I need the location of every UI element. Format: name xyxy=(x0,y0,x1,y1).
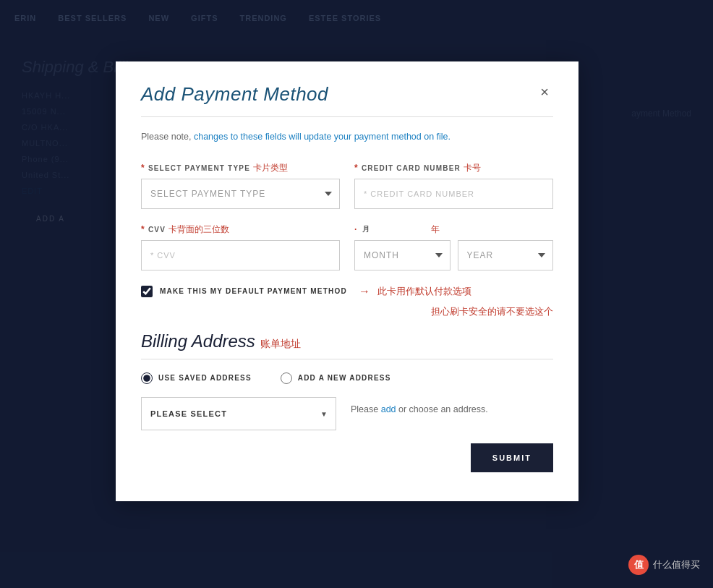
default-payment-label: MAKE THIS MY DEFAULT PAYMENT METHOD xyxy=(160,287,347,295)
card-number-label-text: CREDIT CARD NUMBER xyxy=(362,164,461,172)
cvv-group: * CVV 卡背面的三位数 xyxy=(141,223,340,270)
default-payment-checkbox[interactable] xyxy=(141,286,153,297)
default-payment-chinese1: 此卡用作默认付款选项 xyxy=(377,285,471,298)
use-saved-option[interactable]: USE SAVED ADDRESS xyxy=(141,372,252,384)
modal-header: Add Payment Method × xyxy=(141,83,553,106)
modal-title: Add Payment Method xyxy=(141,83,328,106)
add-new-radio[interactable] xyxy=(281,372,292,384)
billing-title: Billing Address 账单地址 xyxy=(141,331,553,351)
expiry-group: · 月 年 MONTH 0102 0304 0506 0708 0910 111… xyxy=(354,223,553,270)
expiry-fields: MONTH 0102 0304 0506 0708 0910 1112 YEAR… xyxy=(354,240,553,270)
header-divider xyxy=(141,116,553,117)
card-number-chinese: 卡号 xyxy=(464,162,481,174)
close-button[interactable]: × xyxy=(536,83,553,101)
expiry-month-label: 月 xyxy=(362,224,370,234)
expiry-year-label: 年 xyxy=(431,223,440,236)
submit-button[interactable]: SUBMIT xyxy=(471,443,553,472)
note-text: Please note, changes to these fields wil… xyxy=(141,130,553,144)
arrow-icon: → xyxy=(359,285,370,298)
cvv-label-text: CVV xyxy=(148,226,166,234)
please-select-dropdown[interactable]: PLEASE SELECT xyxy=(141,397,336,430)
bottom-row: PLEASE SELECT ▼ Please add or choose an … xyxy=(141,397,553,430)
card-number-label: * CREDIT CARD NUMBER 卡号 xyxy=(354,162,553,174)
billing-divider xyxy=(141,359,553,359)
modal-title-text: Add Payment Method xyxy=(141,83,328,105)
add-payment-modal: Add Payment Method × Please note, change… xyxy=(116,61,578,501)
cvv-label: * CVV 卡背面的三位数 xyxy=(141,223,340,236)
note-link[interactable]: changes to these fields will update your… xyxy=(194,132,451,142)
required-marker: * xyxy=(141,163,145,173)
add-new-label: ADD A NEW ADDRESS xyxy=(298,374,391,382)
billing-chinese: 账单地址 xyxy=(260,338,301,349)
payment-type-label: * SELECT PAYMENT TYPE 卡片类型 xyxy=(141,162,340,174)
form-row-payment-card: * SELECT PAYMENT TYPE 卡片类型 SELECT PAYMEN… xyxy=(141,162,553,209)
use-saved-label: USE SAVED ADDRESS xyxy=(158,374,252,382)
payment-type-label-text: SELECT PAYMENT TYPE xyxy=(148,164,250,172)
required-marker-2: * xyxy=(354,163,359,173)
year-select[interactable]: YEAR 20242025 20262027 20282029 2030 xyxy=(458,240,554,270)
payment-type-chinese: 卡片类型 xyxy=(253,162,288,174)
use-saved-radio[interactable] xyxy=(141,372,153,384)
add-new-option[interactable]: ADD A NEW ADDRESS xyxy=(281,372,391,384)
address-radio-row: USE SAVED ADDRESS ADD A NEW ADDRESS xyxy=(141,372,553,384)
submit-row: SUBMIT xyxy=(141,443,553,472)
cvv-input[interactable] xyxy=(141,240,340,270)
watermark-icon: 值 xyxy=(628,555,649,575)
payment-type-select[interactable]: SELECT PAYMENT TYPE VISA MASTERCARD AMEX… xyxy=(141,179,340,209)
default-payment-chinese2: 担心刷卡安全的请不要选这个 xyxy=(431,305,553,318)
expiry-label: · 月 年 xyxy=(354,223,553,236)
expiry-dot: · xyxy=(354,224,358,234)
form-row-cvv-expiry: * CVV 卡背面的三位数 · 月 年 MONTH 0102 0304 0506… xyxy=(141,223,553,270)
address-select-wrapper: PLEASE SELECT ▼ xyxy=(141,397,336,430)
month-select[interactable]: MONTH 0102 0304 0506 0708 0910 1112 xyxy=(354,240,451,270)
watermark-text: 什么值得买 xyxy=(653,558,700,571)
add-address-link[interactable]: add xyxy=(381,404,396,414)
billing-title-text: Billing Address xyxy=(141,331,255,351)
required-marker-3: * xyxy=(141,224,145,234)
card-number-input[interactable] xyxy=(354,179,553,209)
default-payment-row: MAKE THIS MY DEFAULT PAYMENT METHOD → 此卡… xyxy=(141,285,553,298)
watermark: 值 什么值得买 xyxy=(628,555,700,575)
address-hint: Please add or choose an address. xyxy=(351,397,553,417)
card-number-group: * CREDIT CARD NUMBER 卡号 xyxy=(354,162,553,209)
payment-type-group: * SELECT PAYMENT TYPE 卡片类型 SELECT PAYMEN… xyxy=(141,162,340,209)
cvv-chinese: 卡背面的三位数 xyxy=(168,223,229,236)
